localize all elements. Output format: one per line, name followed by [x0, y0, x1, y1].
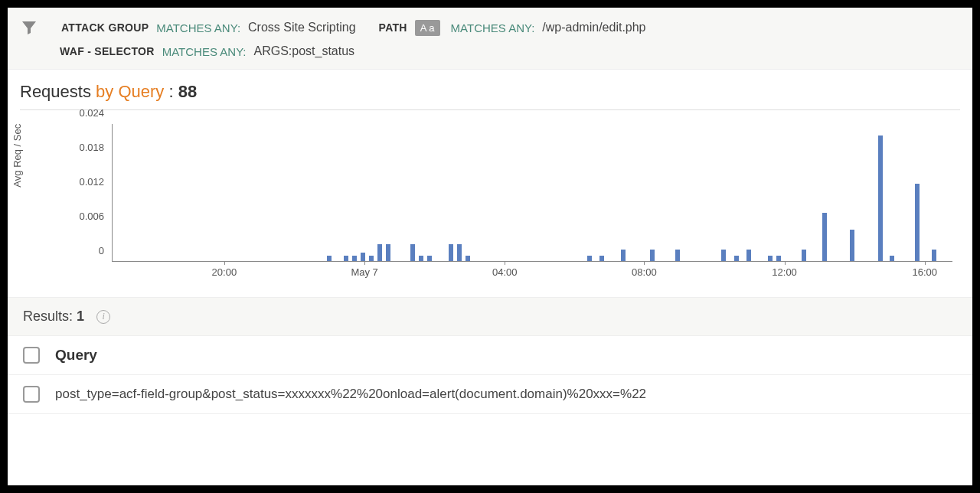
chart-bar[interactable] [675, 250, 680, 261]
chart-bar[interactable] [449, 244, 453, 261]
filter-row-2: WAF - SELECTOR MATCHES ANY: ARGS:post_st… [20, 44, 960, 58]
filter-attack-group-label: ATTACK GROUP [61, 21, 149, 34]
chart-bar[interactable] [327, 256, 332, 261]
chart-bar[interactable] [369, 256, 374, 261]
filter-icon[interactable] [20, 18, 38, 37]
chart-title: Requests by Query : 88 [20, 82, 960, 110]
chart-title-sep: : [164, 82, 178, 101]
chart-bar[interactable] [721, 250, 726, 261]
y-tick: 0 [66, 245, 104, 256]
y-tick: 0.006 [66, 211, 104, 222]
chart-bar[interactable] [734, 256, 739, 261]
results-count: 1 [77, 309, 84, 324]
y-axis: 00.0060.0120.0180.024 [66, 124, 108, 262]
x-tick-label: 20:00 [212, 266, 237, 278]
x-tickmark [925, 261, 926, 265]
chart-bar[interactable] [890, 256, 894, 261]
chart-bar[interactable] [457, 244, 462, 261]
y-tick: 0.018 [66, 142, 104, 153]
y-axis-label: Avg Req / Sec [11, 124, 23, 188]
chart-title-count: 88 [178, 82, 197, 101]
chart-bar[interactable] [932, 250, 936, 261]
chart-bar[interactable] [776, 256, 781, 261]
x-tickmark [644, 261, 645, 265]
chart-bar[interactable] [419, 256, 423, 261]
x-tick-label: 08:00 [632, 266, 657, 278]
select-all-checkbox[interactable] [23, 347, 40, 364]
chart-bar[interactable] [377, 244, 382, 261]
filter-path-label: PATH [379, 21, 407, 34]
table-row[interactable]: post_type=acf-field-group&post_status=xx… [8, 375, 972, 414]
chart-bar[interactable] [427, 256, 432, 261]
chart-bar[interactable] [915, 184, 920, 261]
chart-bar[interactable] [850, 230, 854, 261]
chart-bar[interactable] [599, 256, 604, 261]
x-tickmark [505, 261, 505, 265]
results-bar: Results: 1 i [8, 297, 972, 336]
row-checkbox[interactable] [23, 386, 40, 403]
filter-path-value[interactable]: /wp-admin/edit.php [542, 21, 645, 34]
results-label-text: Results: [23, 309, 77, 324]
filter-path-op: MATCHES ANY: [451, 21, 535, 34]
filter-attack-group-op: MATCHES ANY: [156, 21, 240, 34]
filter-waf-op: MATCHES ANY: [162, 45, 247, 58]
chart-bar[interactable] [768, 256, 773, 261]
table-header: Query [8, 336, 972, 375]
info-icon[interactable]: i [96, 310, 110, 324]
filter-waf-value[interactable]: ARGS:post_status [253, 44, 354, 58]
x-tickmark [224, 261, 225, 265]
filter-bar: ATTACK GROUP MATCHES ANY: Cross Site Scr… [8, 8, 972, 70]
chart-bar[interactable] [587, 256, 592, 261]
filter-waf-label: WAF - SELECTOR [60, 45, 155, 57]
x-tick-label: May 7 [351, 266, 377, 278]
chart-bar[interactable] [802, 250, 806, 261]
y-tick: 0.012 [66, 176, 104, 188]
x-tick-label: 04:00 [492, 266, 518, 278]
results-label: Results: 1 [23, 309, 84, 325]
chart-bar[interactable] [344, 256, 348, 261]
chart-container: Avg Req / Sec 00.0060.0120.0180.024 20:0… [20, 116, 960, 285]
x-tickmark [364, 261, 365, 265]
chart-title-highlight: by Query [96, 82, 164, 101]
y-tick: 0.024 [66, 107, 104, 119]
chart-bar[interactable] [650, 250, 655, 261]
x-tickmark [785, 261, 786, 265]
query-column-header[interactable]: Query [55, 347, 97, 364]
chart-bar[interactable] [746, 250, 751, 261]
chart-bar[interactable] [386, 244, 390, 261]
filter-attack-group-value[interactable]: Cross Site Scripting [248, 21, 356, 34]
chart-bar[interactable] [621, 250, 626, 261]
chart-bar[interactable] [878, 135, 883, 261]
x-tick-label: 16:00 [913, 266, 938, 278]
chart-bar[interactable] [466, 256, 470, 261]
chart-title-prefix: Requests [20, 82, 96, 101]
chart-bar[interactable] [822, 213, 827, 261]
chart-section: Requests by Query : 88 Avg Req / Sec 00.… [8, 70, 972, 297]
chart-bar[interactable] [361, 253, 365, 261]
query-cell: post_type=acf-field-group&post_status=xx… [55, 387, 646, 402]
case-sensitivity-badge[interactable]: A a [415, 20, 440, 36]
plot-area: 20:00May 704:0008:0012:0016:00 [112, 124, 952, 262]
chart-bar[interactable] [352, 256, 357, 261]
x-tick-label: 12:00 [772, 266, 797, 278]
chart-bar[interactable] [410, 244, 415, 261]
filter-row-1: ATTACK GROUP MATCHES ANY: Cross Site Scr… [20, 18, 960, 37]
